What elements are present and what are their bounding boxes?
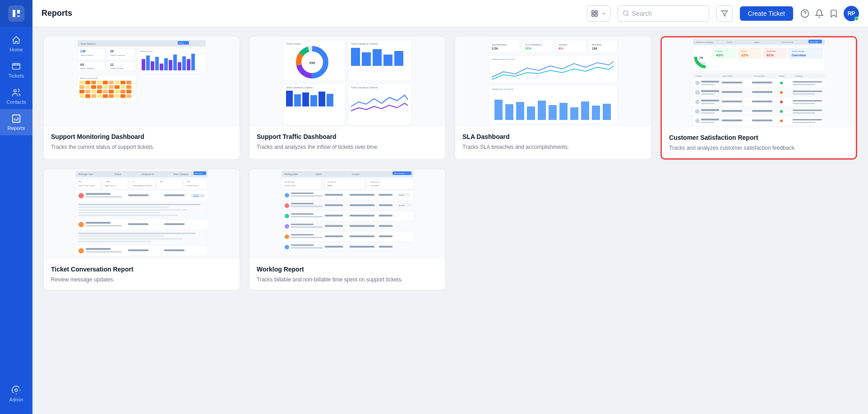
svg-rect-186 — [722, 101, 742, 102]
header: Reports Create Ticket — [32, 0, 868, 27]
svg-text:91%: 91% — [766, 53, 774, 57]
svg-rect-261 — [128, 249, 148, 251]
svg-rect-100 — [294, 94, 301, 106]
sidebar-item-reports[interactable]: Reports — [0, 109, 32, 135]
svg-rect-57 — [97, 85, 102, 89]
svg-rect-69 — [115, 90, 120, 93]
svg-point-4 — [15, 389, 18, 391]
card-info-customer-satisfaction: Customer Satisfaction Report Tracks and … — [662, 128, 856, 158]
svg-rect-285 — [379, 194, 392, 196]
svg-point-2 — [14, 90, 17, 92]
svg-rect-50 — [109, 81, 114, 84]
svg-text:Satisfied: Satisfied — [716, 50, 723, 52]
svg-text:Feedback: Feedback — [795, 75, 803, 77]
svg-rect-75 — [97, 94, 102, 98]
svg-text:65: 65 — [80, 63, 84, 66]
svg-text:22%: 22% — [741, 53, 748, 57]
svg-text:Unique Tickets Created: Unique Tickets Created — [78, 185, 95, 187]
svg-rect-64 — [85, 90, 90, 93]
svg-rect-131 — [570, 107, 578, 120]
avatar[interactable]: RP — [844, 6, 859, 21]
svg-text:1417: 1417 — [160, 180, 164, 183]
sidebar-bottom: Admin — [9, 381, 23, 414]
filter-button[interactable] — [716, 5, 733, 22]
svg-rect-130 — [559, 103, 568, 120]
svg-text:51: 51 — [133, 180, 135, 183]
card-ticket-conversation[interactable]: Message Type Status Assigned on Team Cat… — [43, 169, 240, 290]
svg-rect-62 — [126, 85, 131, 89]
svg-text:Non-billable: Non-billable — [371, 185, 379, 187]
svg-rect-259 — [86, 248, 111, 250]
card-support-monitoring[interactable]: Ticket Statistics Today 126 Tickets Crea… — [43, 36, 240, 160]
card-desc-customer-satisfaction: Tracks and analyzes customer satisfactio… — [669, 144, 849, 152]
svg-point-9 — [623, 11, 628, 15]
card-sla-dashboard[interactable]: Avg Resolution 3.5h SLA Compliance 92% O… — [455, 36, 651, 160]
svg-point-192 — [695, 109, 700, 114]
help-icon[interactable] — [800, 9, 809, 18]
svg-rect-78 — [115, 94, 120, 98]
sidebar-label-home: Home — [9, 47, 23, 52]
search-container[interactable] — [618, 5, 709, 22]
svg-text:Overview: Overview — [792, 54, 806, 57]
svg-rect-52 — [120, 81, 125, 84]
svg-text:More Details: More Details — [394, 172, 404, 175]
svg-rect-171 — [793, 81, 822, 83]
svg-text:Ticket Created by Channel: Ticket Created by Channel — [351, 42, 378, 45]
card-title-support-traffic: Support Traffic Dashboard — [257, 133, 438, 140]
svg-rect-56 — [91, 85, 96, 89]
svg-point-289 — [285, 203, 289, 208]
svg-text:Ticket Created: Ticket Created — [286, 42, 301, 45]
svg-rect-260 — [86, 251, 122, 253]
svg-point-305 — [285, 224, 289, 229]
card-worklog[interactable]: Worklog Date Agent Contact More Details … — [249, 169, 446, 290]
card-support-traffic[interactable]: Ticket Created 250 Ticket Created by Cha… — [249, 36, 446, 160]
svg-rect-65 — [91, 90, 96, 93]
svg-text:Today: Today — [179, 42, 184, 44]
svg-rect-317 — [379, 235, 392, 237]
svg-rect-290 — [291, 203, 314, 204]
svg-rect-102 — [310, 95, 317, 106]
svg-text:More info: More info — [195, 172, 203, 175]
svg-rect-306 — [291, 224, 314, 225]
view-toggle[interactable] — [587, 5, 610, 22]
svg-text:20 17h:2m: 20 17h:2m — [328, 181, 337, 183]
svg-text:Contact Group: Contact Group — [781, 41, 794, 43]
svg-rect-80 — [126, 94, 131, 98]
svg-rect-34 — [182, 56, 186, 70]
card-thumbnail-support-traffic: Ticket Created 250 Ticket Created by Cha… — [249, 37, 445, 127]
bookmark-icon[interactable] — [829, 9, 838, 18]
card-desc-support-traffic: Tracks and analyzes the inflow of ticket… — [257, 143, 438, 151]
sidebar-label-contacts: Contacts — [6, 99, 26, 105]
sidebar-item-contacts[interactable]: Contacts — [0, 83, 32, 109]
svg-text:825: 825 — [78, 180, 82, 183]
sidebar-item-admin[interactable]: Admin — [9, 381, 23, 407]
svg-point-201 — [695, 119, 700, 123]
page-title: Reports — [42, 9, 580, 18]
svg-rect-244 — [78, 212, 160, 213]
sidebar-item-tickets[interactable]: Tickets — [0, 57, 32, 83]
svg-rect-58 — [103, 85, 108, 89]
svg-rect-175 — [701, 90, 719, 92]
svg-rect-282 — [291, 195, 323, 197]
svg-rect-176 — [701, 93, 715, 95]
svg-rect-180 — [793, 91, 822, 92]
card-customer-satisfaction[interactable]: Satisfaction Category Group Agent Contac… — [660, 36, 857, 160]
svg-rect-35 — [187, 59, 190, 70]
create-ticket-button[interactable]: Create Ticket — [740, 6, 793, 21]
logo[interactable] — [0, 0, 32, 27]
notifications-icon[interactable] — [815, 9, 824, 18]
svg-text:Rating: Rating — [779, 75, 785, 77]
svg-rect-251 — [164, 223, 185, 225]
card-thumbnail-sla-dashboard: Avg Resolution 3.5h SLA Compliance 92% O… — [455, 37, 651, 127]
search-input[interactable] — [632, 10, 704, 17]
sidebar-item-home[interactable]: Home — [0, 31, 32, 57]
svg-rect-70 — [120, 90, 125, 93]
svg-rect-243 — [78, 209, 187, 211]
svg-rect-117 — [589, 40, 617, 53]
svg-text:Subject Pending: Subject Pending — [110, 67, 123, 69]
svg-text:Contact: Contact — [696, 75, 702, 77]
svg-rect-245 — [78, 215, 178, 216]
svg-rect-184 — [701, 100, 719, 101]
svg-rect-322 — [325, 246, 343, 248]
svg-rect-49 — [103, 81, 108, 84]
